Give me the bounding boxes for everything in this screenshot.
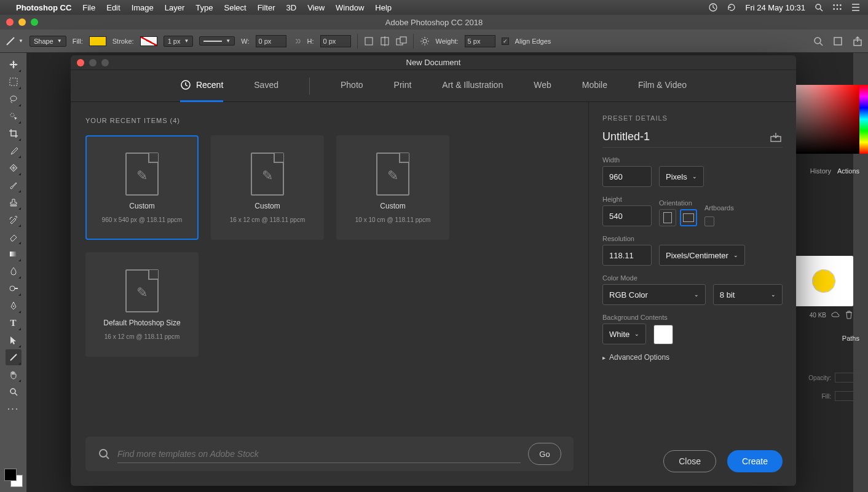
preset-card-0[interactable]: ✎ Custom 960 x 540 px @ 118.11 ppcm	[85, 135, 199, 240]
menu-3d[interactable]: 3D	[286, 3, 297, 12]
stock-search-input[interactable]	[117, 445, 521, 463]
actions-panel-tab[interactable]: Actions	[837, 167, 859, 175]
menu-filter[interactable]: Filter	[258, 3, 275, 12]
layer-fill-field[interactable]	[835, 391, 859, 401]
backup-icon[interactable]	[727, 2, 736, 12]
artboards-checkbox[interactable]	[704, 216, 714, 226]
type-tool[interactable]: T	[6, 315, 22, 331]
path-align-icon[interactable]	[380, 36, 390, 46]
advanced-options-toggle[interactable]: ▸ Advanced Options	[602, 353, 783, 362]
width-input[interactable]	[256, 35, 286, 47]
path-select-tool[interactable]	[6, 332, 22, 348]
hue-slider[interactable]	[859, 85, 868, 154]
share-icon[interactable]	[852, 36, 863, 47]
resolution-unit-dropdown[interactable]: Pixels/Centimeter⌄	[659, 245, 745, 266]
window-maximize-button[interactable]	[31, 18, 38, 26]
orientation-portrait-button[interactable]	[659, 209, 676, 226]
path-arrange-icon[interactable]	[396, 36, 407, 46]
menu-window[interactable]: Window	[336, 3, 364, 12]
bit-depth-dropdown[interactable]: 8 bit⌄	[713, 284, 783, 305]
stamp-tool[interactable]	[6, 194, 22, 210]
save-preset-icon[interactable]	[769, 132, 783, 143]
width-value-input[interactable]	[602, 166, 652, 187]
dodge-tool[interactable]	[6, 280, 22, 296]
menu-view[interactable]: View	[307, 3, 325, 12]
library-thumbnail[interactable]	[794, 256, 853, 306]
gear-icon[interactable]	[420, 36, 430, 46]
width-unit-dropdown[interactable]: Pixels⌄	[659, 166, 704, 187]
time-machine-icon[interactable]	[708, 2, 718, 12]
menu-edit[interactable]: Edit	[106, 3, 120, 12]
blur-tool[interactable]	[6, 263, 22, 279]
crop-tool[interactable]	[6, 125, 22, 141]
opacity-field[interactable]	[835, 373, 859, 383]
fg-bg-colors[interactable]	[4, 469, 23, 487]
quick-select-tool[interactable]	[6, 108, 22, 124]
height-value-input[interactable]	[602, 205, 652, 226]
marquee-tool[interactable]	[6, 74, 22, 90]
preset-card-2[interactable]: ✎ Custom 10 x 10 cm @ 118.11 ppcm	[336, 135, 449, 240]
stroke-width-dropdown[interactable]: 1 px▼	[164, 36, 194, 47]
stroke-style-dropdown[interactable]: ▼	[199, 36, 235, 46]
tool-preset-icon[interactable]: ▼	[5, 36, 23, 47]
tab-web[interactable]: Web	[534, 70, 551, 102]
path-ops-icon[interactable]	[364, 36, 374, 46]
dialog-close-button[interactable]	[77, 59, 84, 66]
tab-photo[interactable]: Photo	[341, 70, 363, 102]
go-button[interactable]: Go	[528, 443, 561, 465]
brush-tool[interactable]	[6, 177, 22, 193]
pen-tool[interactable]	[6, 298, 22, 314]
eraser-tool[interactable]	[6, 229, 22, 245]
menu-help[interactable]: Help	[375, 3, 392, 12]
history-panel-tab[interactable]: History	[810, 167, 831, 175]
app-name[interactable]: Photoshop CC	[16, 3, 71, 12]
menubar-datetime[interactable]: Fri 24 May 10:31	[745, 3, 805, 12]
bg-contents-dropdown[interactable]: White⌄	[602, 323, 646, 344]
fill-color-swatch[interactable]	[89, 36, 106, 46]
tab-print[interactable]: Print	[394, 70, 412, 102]
menu-select[interactable]: Select	[224, 3, 246, 12]
orientation-landscape-button[interactable]	[680, 209, 697, 226]
menu-layer[interactable]: Layer	[165, 3, 185, 12]
document-name-field[interactable]: Untitled-1	[602, 130, 763, 143]
close-button[interactable]: Close	[663, 450, 716, 472]
eyedropper-tool[interactable]	[6, 143, 22, 159]
trash-icon[interactable]	[845, 311, 853, 319]
spotlight-icon[interactable]	[814, 2, 824, 12]
link-wh-icon[interactable]	[293, 37, 301, 46]
hand-tool[interactable]	[6, 367, 22, 383]
create-button[interactable]: Create	[727, 450, 783, 472]
gradient-tool[interactable]	[6, 246, 22, 262]
menu-image[interactable]: Image	[132, 3, 154, 12]
search-icon[interactable]	[813, 36, 824, 47]
frame-icon[interactable]	[832, 36, 843, 47]
healing-tool[interactable]	[6, 160, 22, 176]
paths-panel-tab[interactable]: Paths	[842, 335, 859, 342]
tab-recent[interactable]: Recent	[180, 70, 223, 102]
tab-art[interactable]: Art & Illustration	[442, 70, 503, 102]
window-minimize-button[interactable]	[18, 18, 26, 26]
menu-file[interactable]: File	[82, 3, 95, 12]
preset-card-1[interactable]: ✎ Custom 16 x 12 cm @ 118.11 ppcm	[211, 135, 324, 240]
line-tool[interactable]	[6, 349, 22, 365]
bg-color-swatch[interactable]	[653, 325, 673, 344]
history-brush-tool[interactable]	[6, 212, 22, 228]
tab-film[interactable]: Film & Video	[638, 70, 687, 102]
weight-input[interactable]	[465, 35, 495, 47]
zoom-tool[interactable]	[6, 384, 22, 400]
edit-toolbar-icon[interactable]: ···	[6, 401, 22, 417]
control-center-icon[interactable]	[832, 2, 842, 12]
color-mode-dropdown[interactable]: RGB Color⌄	[602, 284, 706, 305]
resolution-value-input[interactable]	[602, 245, 652, 266]
shape-mode-dropdown[interactable]: Shape▼	[30, 36, 66, 47]
tab-mobile[interactable]: Mobile	[582, 70, 607, 102]
notifications-icon[interactable]	[851, 2, 861, 12]
menu-type[interactable]: Type	[195, 3, 213, 12]
align-edges-checkbox[interactable]	[502, 38, 509, 45]
preset-card-3[interactable]: ✎ Default Photoshop Size 16 x 12 cm @ 11…	[85, 252, 199, 357]
move-tool[interactable]	[6, 57, 22, 73]
window-close-button[interactable]	[6, 18, 14, 26]
height-input[interactable]	[320, 35, 351, 47]
stroke-color-swatch[interactable]	[140, 36, 157, 46]
tab-saved[interactable]: Saved	[254, 70, 278, 102]
